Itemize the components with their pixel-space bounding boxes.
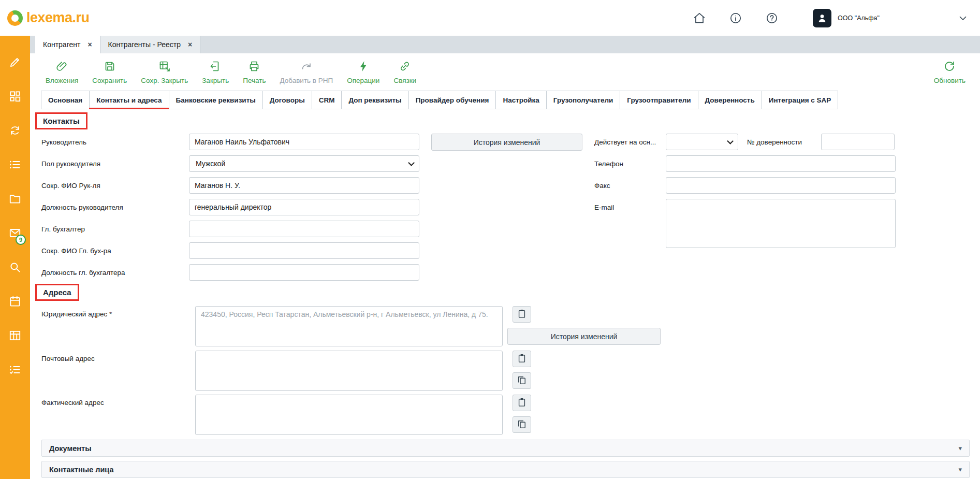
save-button[interactable]: Сохранить — [92, 60, 127, 84]
attachments-button[interactable]: Вложения — [46, 60, 78, 84]
redo-arrow-icon — [300, 60, 313, 74]
links-button[interactable]: Связки — [393, 60, 416, 84]
refresh-button[interactable]: Обновить — [934, 60, 966, 84]
sync-icon[interactable] — [8, 124, 22, 137]
add-to-rnp-button[interactable]: Добавить в РНП — [280, 60, 333, 84]
mail-icon[interactable]: 9 — [8, 226, 22, 240]
acts-on-select[interactable] — [666, 134, 738, 150]
contact-persons-section-header[interactable]: Контактные лица ▾ — [41, 461, 970, 478]
lightning-icon — [357, 60, 370, 74]
tab-doverennost[interactable]: Доверенность — [698, 91, 762, 109]
contact-persons-section-label: Контактные лица — [49, 466, 114, 474]
calendar-icon[interactable] — [8, 295, 22, 308]
app-body: 9 Контрагент × Контрагенты - Реестр × — [0, 36, 980, 479]
edit-icon[interactable] — [8, 55, 22, 69]
gender-select-value: Мужской — [196, 159, 225, 168]
copy-icon — [517, 419, 527, 431]
tab-integraciya-sap[interactable]: Интеграция с SAP — [762, 91, 839, 109]
tab-nastroyka[interactable]: Настройка — [495, 91, 546, 109]
leader-position-input[interactable] — [189, 199, 419, 215]
tab-gruzootpraviteli[interactable]: Грузоотправители — [620, 91, 698, 109]
tab-provayder-obucheniya[interactable]: Провайдер обучения — [408, 91, 496, 109]
leader-short-name-input[interactable] — [189, 177, 419, 194]
accountant-short-name-input[interactable] — [189, 242, 419, 259]
tab-kontakty-i-adresa[interactable]: Контакты и адреса — [89, 91, 169, 109]
logo-text: lexema.ru — [26, 10, 90, 26]
print-button[interactable]: Печать — [243, 60, 266, 84]
operations-button[interactable]: Операции — [347, 60, 379, 84]
gender-label: Пол руководителя — [41, 160, 189, 168]
leader-short-name-label: Сокр. ФИО Рук-ля — [41, 182, 189, 190]
table-icon[interactable] — [8, 329, 22, 342]
actual-address-label: Фактический адрес — [41, 399, 104, 407]
window-tab-kontragent[interactable]: Контрагент × — [35, 36, 100, 53]
chief-accountant-input[interactable] — [189, 221, 419, 237]
close-tab-icon[interactable]: × — [87, 40, 92, 49]
leader-input[interactable] — [189, 134, 419, 150]
search-icon[interactable] — [8, 260, 22, 274]
acts-on-label: Действует на осн... — [594, 138, 656, 146]
documents-section-label: Документы — [49, 444, 92, 453]
postal-address-paste-button[interactable] — [513, 351, 531, 367]
toolbar-label: Сохр. Закрыть — [141, 77, 188, 84]
tab-bankovskie-rekvizity[interactable]: Банковские реквизиты — [169, 91, 263, 109]
actual-address-paste-button[interactable] — [513, 395, 531, 411]
postal-address-label: Почтовый адрес — [41, 355, 95, 362]
save-close-button[interactable]: Сохр. Закрыть — [141, 60, 188, 84]
chief-accountant-label: Гл. бухгалтер — [41, 225, 189, 233]
contacts-history-button[interactable]: История изменений — [431, 134, 582, 151]
addresses-history-button[interactable]: История изменений — [507, 328, 661, 345]
accountant-position-input[interactable] — [189, 264, 419, 281]
accountant-position-label: Должность гл. бухгалтера — [41, 269, 189, 277]
tab-crm[interactable]: CRM — [312, 91, 342, 109]
link-icon — [399, 60, 411, 74]
company-name: ООО "Альфа" — [838, 14, 880, 22]
close-tab-icon[interactable]: × — [188, 40, 192, 49]
toolbar-label: Добавить в РНП — [280, 77, 333, 84]
logo[interactable]: lexema.ru — [7, 10, 90, 26]
actual-address-input[interactable] — [195, 395, 503, 435]
list-icon[interactable] — [8, 158, 22, 171]
home-icon[interactable] — [693, 11, 706, 25]
main-area: Контрагент × Контрагенты - Реестр × Влож… — [30, 36, 980, 479]
tab-dogovory[interactable]: Договоры — [262, 91, 312, 109]
toolbar-label: Связки — [393, 77, 416, 84]
form-tab-bar: Основная Контакты и адреса Банковские ре… — [30, 91, 980, 109]
form-content: Контакты Руководитель Пол руководителя М… — [30, 109, 980, 479]
info-icon[interactable] — [729, 11, 742, 25]
clipboard-icon — [517, 309, 527, 321]
fax-input[interactable] — [666, 177, 896, 194]
close-button[interactable]: Закрыть — [202, 60, 229, 84]
attorney-number-input[interactable] — [821, 134, 895, 150]
mail-badge: 9 — [16, 235, 26, 245]
clipboard-icon — [517, 353, 527, 365]
leader-position-label: Должность руководителя — [41, 204, 189, 211]
email-input[interactable] — [666, 199, 896, 248]
actual-address-copy-button[interactable] — [513, 416, 531, 433]
window-tab-reestr[interactable]: Контрагенты - Реестр × — [100, 36, 201, 53]
paperclip-icon — [56, 60, 68, 74]
clipboard-icon — [517, 397, 527, 409]
tab-osnovnaya[interactable]: Основная — [41, 91, 90, 109]
modules-grid-icon[interactable] — [8, 90, 22, 103]
legal-address-label: Юридический адрес * — [41, 310, 112, 318]
postal-address-input[interactable] — [195, 351, 503, 391]
toolbar-label: Сохранить — [92, 77, 127, 84]
chevron-down-icon[interactable] — [957, 12, 969, 24]
help-icon[interactable] — [765, 11, 779, 25]
phone-input[interactable] — [666, 155, 896, 172]
legal-address-paste-button[interactable] — [513, 306, 531, 323]
documents-section-header[interactable]: Документы ▾ — [41, 440, 970, 457]
close-document-icon — [209, 60, 222, 74]
avatar[interactable] — [813, 9, 831, 27]
tab-dop-rekvizity[interactable]: Доп реквизиты — [341, 91, 408, 109]
postal-address-copy-button[interactable] — [513, 372, 531, 389]
legal-address-input[interactable]: 423450, Россия, Респ Татарстан, Альметье… — [195, 306, 503, 346]
folder-icon[interactable] — [8, 192, 22, 206]
tasks-icon[interactable] — [8, 363, 22, 376]
window-tab-label: Контрагент — [43, 40, 80, 49]
tab-gruzopoluchateli[interactable]: Грузополучатели — [546, 91, 620, 109]
addresses-section-title: Адреса — [35, 284, 79, 301]
gender-select[interactable]: Мужской — [189, 155, 419, 172]
toolbar-label: Операции — [347, 77, 379, 84]
